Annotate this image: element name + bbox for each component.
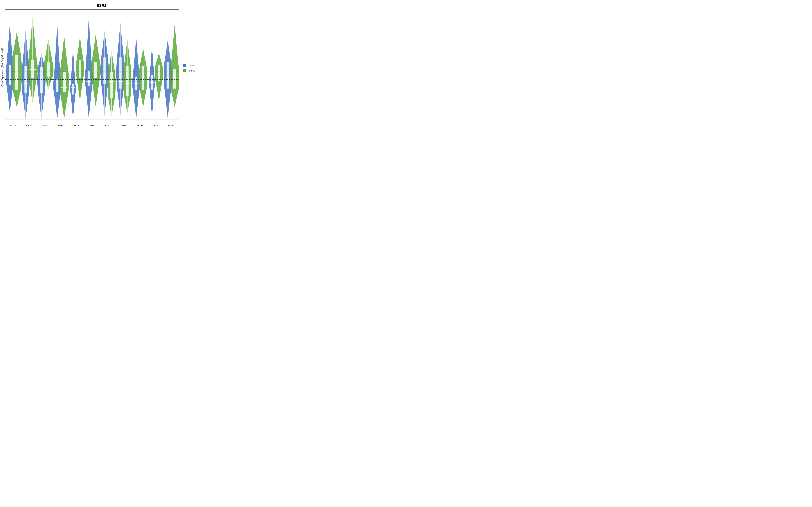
svg-rect-364 — [80, 40, 80, 41]
svg-rect-672 — [150, 68, 151, 68]
svg-rect-746 — [166, 53, 166, 54]
svg-rect-774 — [174, 58, 175, 58]
svg-rect-193 — [47, 62, 50, 76]
svg-rect-141 — [30, 61, 31, 61]
svg-rect-68 — [19, 78, 20, 79]
svg-rect-321 — [74, 72, 74, 72]
svg-rect-105 — [24, 79, 25, 79]
svg-rect-557 — [125, 88, 125, 88]
svg-rect-355 — [82, 61, 82, 61]
svg-rect-471 — [103, 30, 103, 30]
svg-point-404 — [95, 71, 96, 72]
svg-rect-400 — [92, 20, 92, 20]
svg-rect-468 — [108, 39, 108, 39]
svg-point-369 — [88, 81, 89, 82]
svg-rect-409 — [96, 102, 96, 103]
svg-rect-785 — [177, 25, 177, 26]
svg-rect-274 — [64, 99, 64, 99]
svg-rect-454 — [105, 81, 105, 81]
svg-rect-270 — [63, 111, 63, 111]
svg-rect-191 — [43, 53, 43, 53]
svg-rect-397 — [87, 31, 87, 31]
svg-rect-786 — [172, 23, 172, 23]
svg-rect-53 — [15, 55, 18, 90]
svg-rect-766 — [175, 81, 176, 81]
svg-rect-197 — [47, 90, 48, 90]
svg-rect-181 — [41, 75, 42, 76]
svg-rect-718 — [167, 62, 169, 89]
chart-title: ESR2 — [97, 3, 106, 8]
svg-rect-42 — [9, 51, 10, 51]
svg-rect-780 — [171, 40, 171, 41]
svg-rect-598 — [138, 73, 138, 74]
svg-rect-149 — [33, 37, 33, 37]
svg-rect-589 — [136, 99, 137, 100]
svg-point-334 — [80, 65, 81, 66]
svg-rect-32 — [11, 82, 12, 82]
svg-rect-155 — [36, 18, 36, 19]
svg-rect-83 — [14, 39, 14, 39]
svg-rect-698 — [160, 83, 161, 83]
svg-rect-691 — [157, 95, 157, 95]
svg-rect-770 — [171, 69, 171, 70]
svg-rect-327 — [72, 57, 72, 57]
svg-rect-396 — [89, 35, 89, 35]
svg-rect-560 — [131, 80, 131, 80]
svg-rect-709 — [159, 64, 159, 65]
svg-rect-782 — [174, 34, 174, 35]
svg-rect-558 — [130, 85, 130, 86]
svg-rect-407 — [98, 108, 98, 108]
svg-rect-539 — [120, 28, 120, 28]
svg-rect-328 — [72, 54, 73, 54]
svg-rect-251 — [58, 56, 59, 56]
svg-rect-659 — [152, 100, 152, 100]
svg-rect-109 — [26, 66, 26, 67]
svg-rect-571 — [125, 51, 125, 52]
svg-rect-495 — [108, 75, 109, 75]
svg-rect-576 — [129, 38, 130, 39]
svg-rect-237 — [59, 103, 59, 103]
svg-rect-678 — [150, 53, 150, 53]
svg-rect-64 — [17, 89, 17, 90]
svg-rect-134 — [32, 82, 33, 83]
svg-rect-275 — [67, 96, 67, 96]
svg-rect-33 — [7, 79, 7, 79]
svg-rect-277 — [67, 90, 67, 91]
svg-rect-329 — [73, 52, 73, 52]
svg-rect-24 — [10, 107, 10, 108]
svg-rect-123 — [31, 60, 34, 78]
svg-rect-77 — [16, 55, 16, 55]
svg-rect-117 — [28, 41, 28, 42]
svg-rect-617 — [141, 108, 141, 108]
svg-rect-632 — [143, 76, 143, 77]
svg-rect-742 — [167, 64, 167, 65]
svg-rect-305 — [75, 112, 75, 112]
svg-rect-696 — [160, 87, 161, 87]
svg-rect-582 — [138, 119, 138, 120]
svg-rect-618 — [145, 105, 145, 106]
svg-rect-527 — [119, 67, 119, 67]
svg-rect-760 — [174, 99, 174, 99]
svg-rect-345 — [83, 83, 84, 84]
svg-rect-352 — [79, 68, 80, 68]
svg-rect-652 — [152, 117, 152, 117]
svg-rect-729 — [168, 100, 168, 101]
svg-rect-41 — [8, 54, 8, 54]
svg-point-159 — [41, 77, 42, 78]
svg-rect-778 — [171, 46, 171, 47]
svg-rect-426 — [94, 59, 94, 59]
svg-rect-482 — [113, 105, 113, 106]
svg-rect-592 — [136, 91, 137, 91]
svg-rect-358 — [77, 54, 78, 54]
svg-rect-703 — [158, 74, 159, 75]
svg-rect-92 — [28, 119, 28, 120]
svg-rect-326 — [72, 59, 72, 59]
svg-rect-467 — [104, 42, 104, 42]
svg-rect-114 — [26, 51, 26, 51]
svg-rect-413 — [99, 92, 100, 93]
svg-rect-296 — [61, 35, 62, 35]
svg-rect-758 — [177, 105, 177, 105]
svg-rect-784 — [174, 29, 175, 29]
svg-rect-85 — [17, 34, 17, 34]
svg-rect-421 — [98, 72, 98, 72]
